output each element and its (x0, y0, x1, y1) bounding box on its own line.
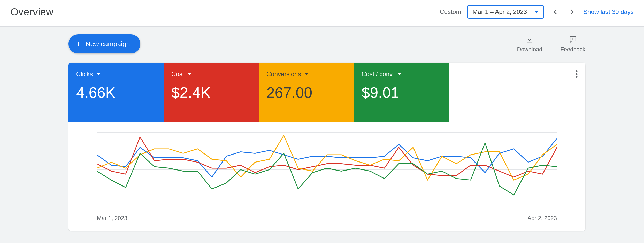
chevron-down-icon (397, 73, 402, 75)
download-label: Download (517, 46, 542, 53)
date-mode-label: Custom (440, 8, 461, 15)
metric-tile-clicks[interactable]: Clicks 4.66K (68, 63, 164, 122)
content-area: + New campaign Download Feedback (0, 27, 644, 243)
metric-value: $2.4K (171, 84, 251, 101)
metric-label: Clicks (76, 70, 93, 78)
top-bar-right: Custom Mar 1 – Apr 2, 2023 Show last 30 … (440, 5, 634, 19)
download-button[interactable]: Download (517, 35, 542, 53)
metric-value: $9.01 (362, 84, 441, 101)
chart-area: Mar 1, 2023 Apr 2, 2023 (68, 122, 585, 231)
chevron-down-icon (304, 73, 309, 75)
svg-rect-1 (572, 39, 573, 40)
svg-point-4 (576, 76, 578, 78)
chevron-down-icon (96, 73, 101, 75)
page-title: Overview (10, 6, 53, 18)
metric-tile-cost[interactable]: Cost $2.4K (164, 63, 259, 122)
show-last-30-days-link[interactable]: Show last 30 days (583, 8, 634, 15)
metric-label: Cost / conv. (362, 70, 394, 78)
chevron-left-icon (552, 8, 559, 15)
metric-value: 4.66K (76, 84, 156, 101)
date-range-selector[interactable]: Mar 1 – Apr 2, 2023 (467, 5, 544, 19)
feedback-label: Feedback (560, 46, 585, 53)
x-axis-start: Mar 1, 2023 (97, 215, 127, 222)
action-row: + New campaign Download Feedback (68, 34, 585, 53)
date-prev-button[interactable] (550, 7, 561, 17)
download-icon (525, 35, 534, 44)
new-campaign-button[interactable]: + New campaign (68, 34, 140, 53)
right-actions: Download Feedback (517, 35, 585, 53)
x-axis-labels: Mar 1, 2023 Apr 2, 2023 (97, 215, 557, 222)
chevron-down-icon (535, 11, 539, 13)
svg-point-3 (576, 73, 578, 75)
metric-tile-cost-per-conv[interactable]: Cost / conv. $9.01 (354, 63, 449, 122)
feedback-button[interactable]: Feedback (560, 35, 585, 53)
new-campaign-label: New campaign (86, 40, 130, 48)
top-bar: Overview Custom Mar 1 – Apr 2, 2023 Show… (0, 0, 644, 27)
metric-tile-conversions[interactable]: Conversions 267.00 (259, 63, 354, 122)
x-axis-end: Apr 2, 2023 (527, 215, 557, 222)
svg-rect-0 (572, 38, 573, 39)
date-range-text: Mar 1 – Apr 2, 2023 (472, 8, 527, 15)
card-menu-button[interactable] (576, 70, 578, 79)
chevron-down-icon (188, 73, 192, 75)
more-vert-icon (576, 70, 578, 78)
chevron-right-icon (568, 8, 576, 15)
date-next-button[interactable] (567, 7, 577, 17)
line-chart (97, 130, 557, 212)
overview-card: Clicks 4.66K Cost $2.4K Conversions 267.… (68, 63, 585, 231)
metric-value: 267.00 (266, 84, 346, 101)
metric-row: Clicks 4.66K Cost $2.4K Conversions 267.… (68, 63, 585, 122)
metric-label: Cost (171, 70, 184, 78)
content-inner: + New campaign Download Feedback (68, 34, 585, 231)
feedback-icon (569, 35, 577, 44)
svg-point-2 (576, 70, 578, 72)
plus-icon: + (76, 39, 81, 48)
metric-label: Conversions (266, 70, 301, 78)
